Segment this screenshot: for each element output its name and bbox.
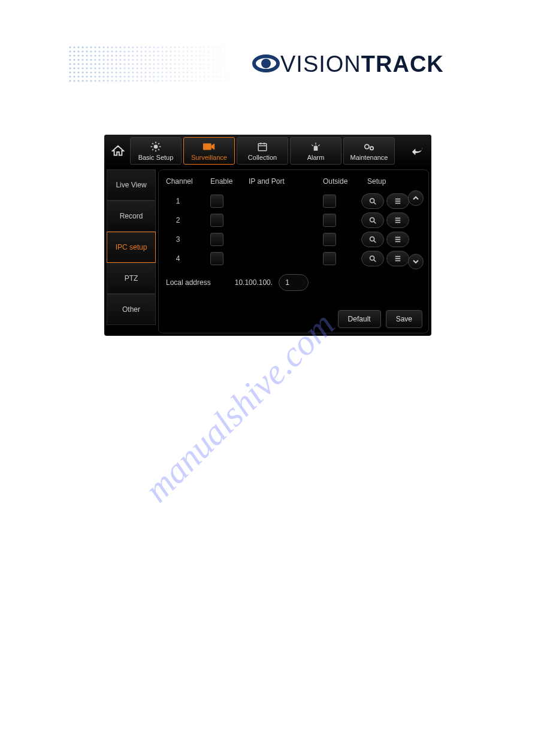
gears-icon (362, 141, 376, 153)
col-enable: Enable (210, 177, 246, 186)
search-button[interactable] (361, 232, 384, 247)
list-button[interactable] (386, 251, 409, 266)
nav-tab-basic-setup[interactable]: Basic Setup (130, 137, 182, 165)
nav-tab-maintenance[interactable]: Maintenance (343, 137, 395, 165)
local-address-row: Local address 10.100.100. 1 (161, 268, 422, 291)
svg-line-25 (374, 202, 376, 205)
list-button[interactable] (386, 232, 409, 247)
side-tab-label: IPC setup (116, 243, 147, 251)
enable-checkbox[interactable] (210, 233, 223, 246)
side-tab-ipc-setup[interactable]: IPC setup (107, 232, 156, 263)
list-button[interactable] (386, 193, 409, 209)
footer-buttons: Default Save (338, 310, 422, 328)
enable-checkbox[interactable] (210, 195, 223, 208)
col-outside: Outside (323, 177, 365, 186)
nav-label: Alarm (307, 154, 325, 161)
side-tabs: Live View Record IPC setup PTZ Other (107, 169, 156, 333)
nav-label: Surveillance (191, 154, 227, 161)
scroll-up-button[interactable] (408, 190, 424, 206)
svg-point-23 (370, 147, 373, 150)
nav-label: Basic Setup (138, 154, 174, 161)
nav-tab-alarm[interactable]: Alarm (290, 137, 341, 165)
brand-vision: VISION (280, 51, 361, 77)
brand-text: VISIONTRACK (280, 51, 444, 77)
outside-checkbox[interactable] (323, 214, 336, 227)
side-tab-record[interactable]: Record (107, 201, 156, 232)
setup-cell (361, 232, 415, 247)
svg-line-40 (374, 260, 376, 262)
search-button[interactable] (361, 212, 384, 228)
svg-point-29 (370, 218, 374, 222)
side-tab-label: Other (122, 305, 140, 314)
save-button[interactable]: Save (386, 310, 422, 328)
calendar-icon (257, 141, 268, 153)
default-button[interactable]: Default (338, 310, 381, 328)
back-button[interactable] (407, 141, 428, 161)
local-address-prefix: 10.100.100. (235, 278, 273, 287)
nav-label: Maintenance (350, 154, 388, 161)
side-tab-label: Live View (116, 181, 146, 189)
col-channel: Channel (166, 177, 208, 186)
svg-point-39 (370, 256, 374, 260)
channel-num: 1 (166, 197, 190, 205)
svg-point-24 (370, 199, 374, 203)
col-setup: Setup (367, 177, 403, 186)
local-address-input[interactable]: 1 (279, 274, 309, 291)
setup-cell (361, 193, 415, 209)
enable-checkbox[interactable] (210, 252, 223, 265)
search-button[interactable] (361, 251, 384, 266)
main-panel: Channel Enable IP and Port Outside Setup… (158, 169, 429, 333)
local-address-label: Local address (166, 278, 211, 287)
svg-point-5 (154, 145, 158, 149)
outside-checkbox[interactable] (323, 195, 336, 208)
svg-line-30 (374, 221, 376, 224)
side-tab-label: Record (120, 212, 143, 220)
channel-num: 3 (166, 235, 190, 244)
channel-num: 4 (166, 254, 190, 263)
camera-icon (202, 141, 216, 153)
dot-pattern (69, 46, 237, 83)
svg-line-21 (318, 145, 320, 147)
search-button[interactable] (361, 193, 384, 209)
beacon-icon (310, 141, 322, 153)
svg-rect-2 (69, 46, 237, 83)
side-tab-live-view[interactable]: Live View (107, 169, 156, 201)
eye-icon (252, 49, 280, 80)
column-headers: Channel Enable IP and Port Outside Setup (161, 175, 422, 192)
nav-label: Collection (248, 154, 277, 161)
svg-line-11 (158, 149, 159, 150)
list-button[interactable] (386, 212, 409, 228)
rows-container: 1234 (161, 192, 422, 268)
side-tab-other[interactable]: Other (107, 294, 156, 325)
dot-pattern-svg (69, 46, 237, 83)
svg-line-35 (374, 241, 376, 243)
svg-point-22 (365, 144, 369, 148)
nav-tab-surveillance[interactable]: Surveillance (183, 137, 235, 165)
svg-point-34 (370, 237, 374, 241)
setup-cell (361, 212, 415, 228)
side-tab-ptz[interactable]: PTZ (107, 263, 156, 294)
device-panel: Basic Setup Surveillance Collection Alar… (104, 135, 431, 336)
svg-rect-15 (258, 144, 267, 151)
side-tab-label: PTZ (125, 274, 138, 283)
home-button[interactable] (108, 141, 128, 161)
svg-line-20 (312, 145, 313, 147)
top-nav-bar: Basic Setup Surveillance Collection Alar… (104, 135, 431, 167)
table-row: 4 (161, 249, 422, 268)
page-header: VISIONTRACK (69, 45, 500, 84)
svg-point-4 (261, 59, 271, 68)
brand-logo: VISIONTRACK (252, 49, 444, 80)
table-row: 1 (161, 192, 422, 211)
svg-line-10 (152, 143, 153, 144)
col-ip-port: IP and Port (249, 177, 321, 186)
setup-cell (361, 251, 415, 266)
svg-line-12 (152, 149, 153, 150)
scroll-down-button[interactable] (408, 254, 424, 269)
outside-checkbox[interactable] (323, 233, 336, 246)
nav-tab-collection[interactable]: Collection (237, 137, 288, 165)
enable-checkbox[interactable] (210, 214, 223, 227)
brand-track: TRACK (361, 51, 444, 77)
gear-icon (150, 141, 162, 153)
svg-rect-14 (203, 144, 211, 150)
outside-checkbox[interactable] (323, 252, 336, 265)
